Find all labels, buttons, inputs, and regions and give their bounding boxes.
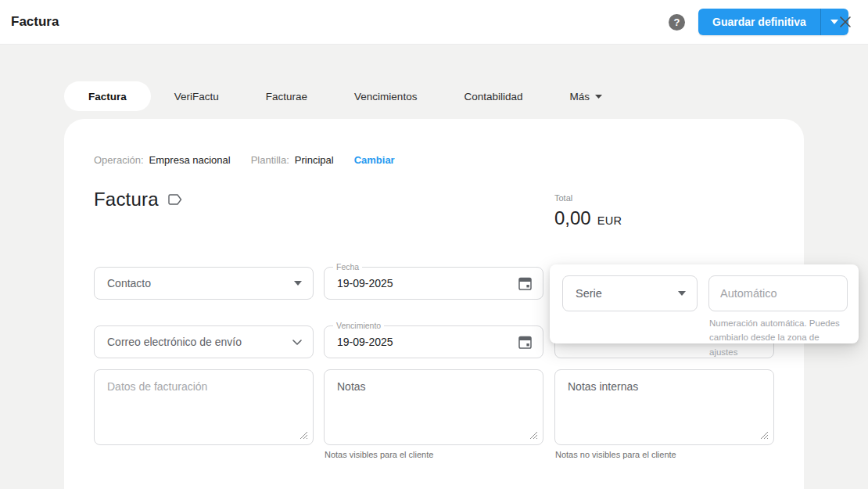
numbering-helper-text: Numeración automática. Puedes cambiarlo … [709,316,850,359]
billing-data-textarea[interactable] [94,369,314,445]
total-block: Total 0,00 EUR [554,193,622,229]
invoice-editor-screen: Factura ? Guardar definitiva Factura Ver… [0,0,868,489]
caret-down-icon [595,95,602,99]
notes-wrap [324,369,543,445]
change-template-link[interactable]: Cambiar [354,154,395,166]
help-button[interactable]: ? [669,14,685,31]
number-input-wrap [708,275,848,311]
save-button[interactable]: Guardar definitiva [698,9,820,35]
billing-data-wrap [94,369,314,445]
serie-placeholder: Serie [563,287,678,300]
internal-notes-wrap [554,369,774,445]
tab-bar: Factura VeriFactu Facturae Vencimientos … [64,81,626,111]
total-currency: EUR [597,214,622,227]
help-icon: ? [674,16,680,28]
tab-factura[interactable]: Factura [64,81,151,111]
close-icon [839,16,852,28]
save-split-button: Guardar definitiva [698,9,848,35]
email-select[interactable]: Correo electrónico de envío [94,325,314,358]
topbar: Factura ? Guardar definitiva [0,0,868,45]
calendar-icon[interactable] [518,276,543,290]
contact-select[interactable]: Contacto [94,267,314,300]
tab-mas[interactable]: Más [546,81,626,111]
tab-contabilidad[interactable]: Contabilidad [440,81,546,111]
tab-facturae[interactable]: Facturae [242,81,331,111]
contact-placeholder: Contacto [95,277,294,289]
close-button[interactable] [837,13,854,31]
document-meta: Operación: Empresa nacional Plantilla: P… [94,154,395,166]
template-label: Plantilla: [251,154,289,166]
tag-icon[interactable] [168,194,182,205]
due-date-value: 19-09-2025 [325,336,518,348]
date-field[interactable]: Fecha 19-09-2025 [324,267,543,300]
internal-notes-textarea[interactable] [554,369,774,445]
page-title: Factura [11,14,59,30]
serie-select[interactable]: Serie [562,275,698,311]
calendar-icon[interactable] [518,335,543,349]
notes-textarea[interactable] [324,369,543,445]
document-title-row: Factura [94,189,182,210]
notes-helper-text: Notas visibles para el cliente [325,450,433,459]
operation-value: Empresa nacional [149,154,231,166]
due-date-field-label: Vencimiento [333,321,384,331]
tab-verifactu[interactable]: VeriFactu [151,81,242,111]
document-title: Factura [94,189,159,210]
serie-popup: Serie Numeración automática. Puedes camb… [550,264,859,343]
internal-notes-helper-text: Notas no visibles para el cliente [555,450,676,459]
total-value: 0,00 [554,207,591,229]
template-value: Principal [295,154,334,166]
date-value: 19-09-2025 [325,277,518,289]
tab-mas-label: Más [569,91,590,102]
date-field-label: Fecha [333,262,362,272]
caret-down-icon [294,281,313,286]
number-input[interactable] [708,275,848,311]
total-label: Total [554,193,622,203]
email-placeholder: Correo electrónico de envío [95,336,292,348]
chevron-down-icon [292,340,313,345]
caret-down-icon [678,291,697,296]
operation-label: Operación: [94,154,144,166]
due-date-field[interactable]: Vencimiento 19-09-2025 [324,325,543,358]
tab-vencimientos[interactable]: Vencimientos [331,81,440,111]
